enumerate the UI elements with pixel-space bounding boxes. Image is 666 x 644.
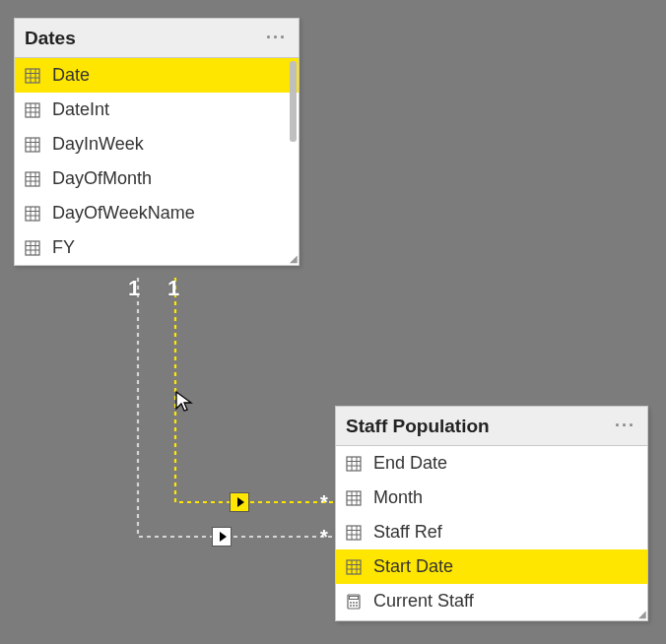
more-menu-icon[interactable]: ··· <box>266 28 289 48</box>
field-label: FY <box>52 237 75 258</box>
field-label: DayOfMonth <box>52 168 152 189</box>
column-icon <box>25 206 40 222</box>
cardinality-many-lower: * <box>320 526 328 548</box>
field-label: End Date <box>373 453 447 474</box>
svg-rect-45 <box>347 491 361 505</box>
field-row[interactable]: DayOfWeekName <box>15 196 299 230</box>
svg-rect-50 <box>347 526 361 540</box>
cardinality-one-right: 1 <box>167 276 179 301</box>
field-row[interactable]: DayOfMonth <box>15 161 299 196</box>
svg-rect-40 <box>347 457 361 471</box>
table-dates[interactable]: Dates ··· DateDateIntDayInWeekDayOfMonth… <box>14 18 300 266</box>
field-label: Current Staff <box>373 591 474 612</box>
field-row[interactable]: DateInt <box>15 93 299 127</box>
field-row[interactable]: FY <box>15 230 299 265</box>
table-title: Dates <box>25 28 76 49</box>
column-icon <box>25 171 40 187</box>
field-label: DayInWeek <box>52 134 144 155</box>
field-row[interactable]: Month <box>336 481 647 515</box>
svg-rect-20 <box>26 172 39 186</box>
svg-point-65 <box>350 605 352 607</box>
field-label: Start Date <box>373 556 453 577</box>
field-row[interactable]: End Date <box>336 446 647 481</box>
column-icon <box>346 525 362 541</box>
table-title: Staff Population <box>346 416 490 437</box>
column-icon <box>25 102 40 118</box>
svg-point-67 <box>356 605 358 607</box>
svg-rect-5 <box>26 69 39 83</box>
calculator-icon <box>346 594 362 610</box>
field-label: Date <box>52 65 90 86</box>
field-row[interactable]: Current Staff <box>336 584 647 618</box>
field-label: DayOfWeekName <box>52 203 195 224</box>
svg-rect-15 <box>26 138 39 152</box>
scrollbar[interactable] <box>290 61 297 142</box>
svg-point-63 <box>353 602 355 604</box>
table-header[interactable]: Dates ··· <box>15 19 299 58</box>
svg-rect-10 <box>26 103 39 117</box>
model-canvas: 1 1 * * Dates ··· DateDateIntDayInWeekDa… <box>0 0 666 644</box>
cardinality-one-left: 1 <box>128 276 140 301</box>
field-list: DateDateIntDayInWeekDayOfMonthDayOfWeekN… <box>15 58 299 265</box>
svg-point-62 <box>350 602 352 604</box>
column-icon <box>25 68 40 84</box>
svg-point-64 <box>356 602 358 604</box>
svg-rect-30 <box>26 241 39 255</box>
filter-direction-arrow-active[interactable] <box>230 492 249 512</box>
column-icon <box>25 240 40 256</box>
field-row[interactable]: Start Date <box>336 549 647 584</box>
field-row[interactable]: DayInWeek <box>15 127 299 161</box>
column-icon <box>346 490 362 506</box>
mouse-cursor-icon <box>173 390 197 414</box>
column-icon <box>25 137 40 153</box>
column-icon <box>346 559 362 575</box>
svg-rect-55 <box>347 560 361 574</box>
field-row[interactable]: Date <box>15 58 299 93</box>
column-icon <box>346 456 362 472</box>
more-menu-icon[interactable]: ··· <box>615 416 637 436</box>
table-staff-population[interactable]: Staff Population ··· End DateMonthStaff … <box>335 406 648 621</box>
field-label: DateInt <box>52 99 109 120</box>
svg-rect-61 <box>350 596 359 599</box>
table-header[interactable]: Staff Population ··· <box>336 407 647 446</box>
field-list: End DateMonthStaff RefStart DateCurrent … <box>336 446 647 618</box>
svg-point-66 <box>353 605 355 607</box>
cardinality-many-upper: * <box>320 491 328 514</box>
field-label: Staff Ref <box>373 522 442 543</box>
field-label: Month <box>373 487 423 508</box>
field-row[interactable]: Staff Ref <box>336 515 647 549</box>
filter-direction-arrow-inactive[interactable] <box>212 527 232 547</box>
svg-rect-25 <box>26 207 39 221</box>
